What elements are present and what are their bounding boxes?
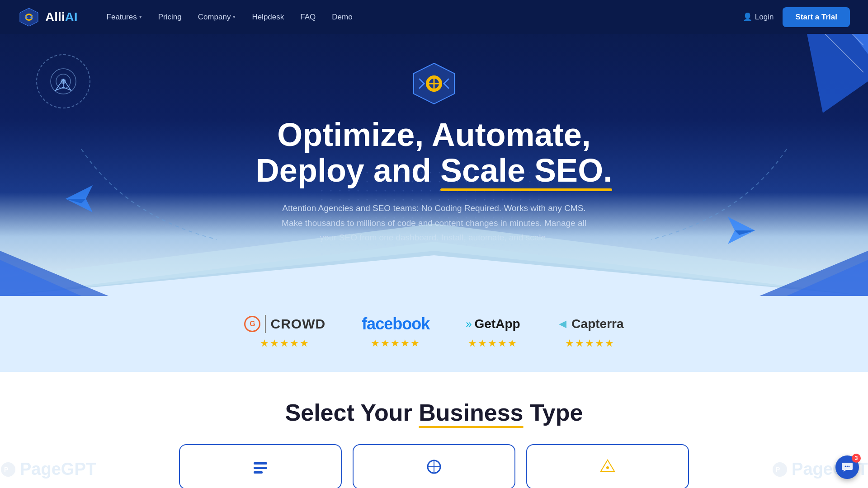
brand-name: AlliAI (45, 10, 78, 24)
pagegpt-watermark-bottom-left: P PageGPT (0, 460, 96, 479)
getapp-logo: » GetApp (466, 314, 520, 334)
navbar: AlliAI Features ▾ Pricing Company ▾ Help… (0, 0, 868, 34)
business-card-3[interactable] (526, 444, 689, 488)
hero-logo-large (411, 61, 457, 106)
start-trial-button[interactable]: Start a Trial (783, 7, 850, 27)
user-icon: 👤 (743, 12, 752, 22)
g2-circle-icon: G (244, 316, 260, 332)
navbar-right: 👤 Login Start a Trial (743, 7, 850, 27)
facebook-review: facebook ★★★★★ (362, 314, 429, 349)
getapp-text: GetApp (475, 317, 520, 331)
business-card-1[interactable] (179, 444, 342, 488)
nav-helpdesk[interactable]: Helpdesk (245, 9, 290, 25)
business-cards (179, 444, 689, 488)
business-card-2-icon (425, 458, 443, 476)
g2-crowd-logo: G CROWD (244, 314, 326, 334)
svg-point-49 (847, 466, 848, 467)
nav-demo[interactable]: Demo (326, 9, 359, 25)
reviews-section: G CROWD ★★★★★ facebook ★★★★★ » GetApp ★★… (0, 296, 868, 372)
svg-point-50 (849, 466, 850, 467)
capterra-text: Capterra (571, 317, 623, 331)
logo-area[interactable]: AlliAI (18, 6, 78, 28)
chat-icon (841, 461, 853, 473)
navbar-left: AlliAI Features ▾ Pricing Company ▾ Help… (18, 6, 359, 28)
facebook-logo: facebook (362, 314, 429, 334)
nav-features[interactable]: Features ▾ (100, 9, 148, 25)
paper-plane-left (66, 185, 93, 212)
nav-links: Features ▾ Pricing Company ▾ Helpdesk FA… (100, 9, 359, 25)
company-chevron-icon: ▾ (233, 14, 236, 20)
g2-divider (265, 315, 266, 333)
login-button[interactable]: 👤 Login (743, 12, 774, 22)
features-chevron-icon: ▾ (139, 14, 142, 20)
target-decoration (36, 54, 90, 108)
alli-ai-logo-icon (18, 6, 40, 28)
hero-title: Optimize, Automate, Deploy and Scale SEO… (256, 117, 612, 188)
getapp-stars: ★★★★★ (468, 338, 518, 349)
svg-rect-36 (254, 462, 267, 465)
hero-bottom-shape (0, 215, 868, 296)
svg-point-43 (606, 466, 609, 469)
facebook-stars: ★★★★★ (371, 338, 420, 349)
chat-widget-button[interactable]: 3 (835, 455, 859, 479)
business-card-1-icon (251, 458, 269, 476)
svg-text:P: P (4, 466, 8, 473)
svg-marker-42 (601, 460, 614, 471)
getapp-arrows-icon: » (466, 318, 472, 330)
crowd-text: CROWD (270, 316, 326, 332)
capterra-logo: ◄ Capterra (557, 314, 624, 334)
capterra-review: ◄ Capterra ★★★★★ (557, 314, 624, 349)
g2-crowd-review: G CROWD ★★★★★ (244, 314, 326, 349)
g2-stars: ★★★★★ (260, 338, 310, 349)
svg-point-48 (845, 466, 846, 467)
facebook-text: facebook (362, 314, 429, 333)
svg-rect-38 (254, 471, 263, 474)
business-title: Select Your Business Type (285, 399, 583, 426)
business-section: Select Your Business Type (0, 372, 868, 488)
capterra-stars: ★★★★★ (565, 338, 615, 349)
capterra-arrow-icon: ◄ (557, 317, 569, 331)
nav-faq[interactable]: FAQ (294, 9, 322, 25)
business-card-2[interactable] (353, 444, 515, 488)
chat-badge: 3 (852, 454, 861, 463)
nav-company[interactable]: Company ▾ (192, 9, 242, 25)
business-card-3-icon (599, 458, 617, 476)
nav-pricing[interactable]: Pricing (152, 9, 188, 25)
svg-rect-37 (254, 467, 267, 469)
svg-text:P: P (776, 466, 780, 473)
hero-section: P PageGPT P PageGPT (0, 0, 868, 296)
getapp-review: » GetApp ★★★★★ (466, 314, 520, 349)
